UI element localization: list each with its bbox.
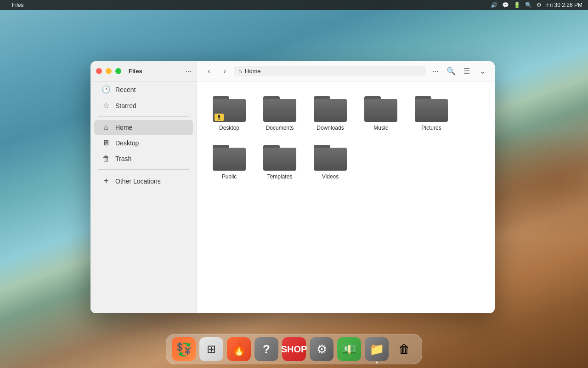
svg-rect-0 [218,115,220,118]
toolbar-chevron-button[interactable]: ⌄ [475,64,489,78]
window-minimize-button[interactable] [106,68,112,74]
path-label: Home [245,68,261,75]
folder-icon-templates [263,143,296,171]
sidebar-divider-1 [98,116,189,117]
dock-active-indicator [376,362,378,363]
dock-item-flame[interactable]: 🔥 [227,337,251,361]
sidebar-item-other[interactable]: + Other Locations [94,173,193,189]
file-item-templates[interactable]: Templates [257,139,303,184]
sidebar-item-home[interactable]: ⌂ Home [94,120,193,135]
window-title: Files [129,68,142,75]
home-path-icon: ⌂ [238,68,242,75]
menubar-battery-icon[interactable]: 🔋 [514,2,520,8]
folder-icon-desktop [213,94,246,122]
help-icon: ? [263,342,270,356]
file-label-public: Public [222,173,237,180]
file-label-downloads: Downloads [317,125,344,131]
file-item-pictures[interactable]: Pictures [408,91,454,135]
back-button[interactable]: ‹ [203,65,215,78]
sidebar: 🕐 Recent ☆ Starred ⌂ Home 🖥 Desktop 🗑 Tr… [90,61,197,313]
window-close-button[interactable] [96,68,102,74]
file-item-downloads[interactable]: Downloads [307,91,353,135]
gear-icon: ⚙ [317,342,327,356]
dock-item-help[interactable]: ? [254,337,278,361]
menubar-left: Files [6,2,23,8]
menubar-app-name: Files [12,2,23,8]
sidebar-item-label-desktop: Desktop [115,139,139,147]
folder-icon-pictures [415,94,448,122]
dock-item-files[interactable]: 📁 [365,337,389,361]
shop-icon: SHOP [281,344,307,355]
file-label-pictures: Pictures [421,125,441,131]
dock-item-cashew[interactable]: 💱 [172,337,196,361]
svg-rect-2 [218,119,220,120]
home-icon: ⌂ [102,123,111,132]
other-locations-icon: + [102,176,111,186]
sidebar-divider-2 [98,169,189,170]
toolbar-more-button[interactable]: ··· [429,64,442,78]
path-bar: ⌂ Home [234,66,426,76]
menubar: Files 🔊 💬 🔋 🔍 ⚙ Fri 30 2:26 PM [0,0,588,10]
file-item-desktop[interactable]: Desktop [206,91,252,135]
file-label-templates: Templates [267,173,293,180]
usb-badge [215,114,224,121]
sidebar-item-label-starred: Starred [115,102,136,109]
toolbar-right: ··· 🔍 ☰ ⌄ [429,64,489,78]
toolbar-view-button[interactable]: ☰ [460,64,474,78]
recent-icon: 🕐 [102,85,111,94]
sidebar-item-trash[interactable]: 🗑 Trash [94,151,193,166]
trash-icon: 🗑 [102,155,111,163]
dock-item-grid[interactable]: ⊞ [199,337,223,361]
flame-icon: 🔥 [232,342,246,356]
dock-item-shop[interactable]: SHOP [282,337,306,361]
file-item-documents[interactable]: Documents [257,91,303,135]
folder-icon-documents [263,94,296,122]
files-icon: 📁 [369,342,384,356]
window-maximize-button[interactable] [115,68,121,74]
folder-icon-videos [314,143,347,171]
file-grid: Desktop Documents Downloads Music [197,81,495,313]
starred-icon: ☆ [102,101,111,110]
sidebar-item-recent[interactable]: 🕐 Recent [94,82,193,97]
sidebar-item-label-recent: Recent [115,86,136,93]
file-item-videos[interactable]: Videos [307,139,353,184]
finance-icon: 💵 [342,342,356,356]
menubar-volume-icon[interactable]: 🔊 [491,2,498,8]
menubar-time: Fri 30 2:26 PM [546,2,582,8]
dock: 💱 ⊞ 🔥 ? SHOP ⚙ 💵 📁 🗑 [166,334,422,364]
folder-icon-public [213,143,246,171]
menubar-right: 🔊 💬 🔋 🔍 ⚙ Fri 30 2:26 PM [491,2,582,8]
folder-icon-downloads [314,94,347,122]
menubar-bubble-icon[interactable]: 💬 [502,2,509,8]
trash-dock-icon: 🗑 [398,342,410,356]
dock-item-trash[interactable]: 🗑 [392,337,416,361]
desktop-icon: 🖥 [102,139,111,147]
cashew-icon: 💱 [176,342,192,357]
file-label-desktop: Desktop [219,125,239,131]
menubar-search-icon[interactable]: 🔍 [525,2,532,8]
grid-icon: ⊞ [207,343,216,356]
sidebar-item-desktop[interactable]: 🖥 Desktop [94,136,193,150]
file-label-music: Music [373,125,388,131]
file-label-videos: Videos [322,173,339,180]
forward-button[interactable]: › [218,65,231,78]
file-label-documents: Documents [266,125,294,131]
dock-item-gear[interactable]: ⚙ [310,337,334,361]
toolbar-search-button[interactable]: 🔍 [444,64,458,78]
file-item-music[interactable]: Music [358,91,404,135]
toolbar: ‹ › ⌂ Home ··· 🔍 ☰ ⌄ [197,61,495,81]
window-menu-button[interactable]: ··· [186,67,192,75]
menubar-control-icon[interactable]: ⚙ [537,2,542,8]
sidebar-item-label-trash: Trash [115,155,131,162]
sidebar-item-starred[interactable]: ☆ Starred [94,98,193,113]
sidebar-item-label-home: Home [115,124,132,131]
window-titlebar: Files ··· [90,61,197,81]
folder-icon-music [364,94,397,122]
sidebar-item-label-other: Other Locations [115,178,161,185]
file-item-public[interactable]: Public [206,139,252,184]
files-window: Files ··· 🕐 Recent ☆ Starred ⌂ Home 🖥 De… [90,61,495,313]
dock-item-finance[interactable]: 💵 [337,337,361,361]
